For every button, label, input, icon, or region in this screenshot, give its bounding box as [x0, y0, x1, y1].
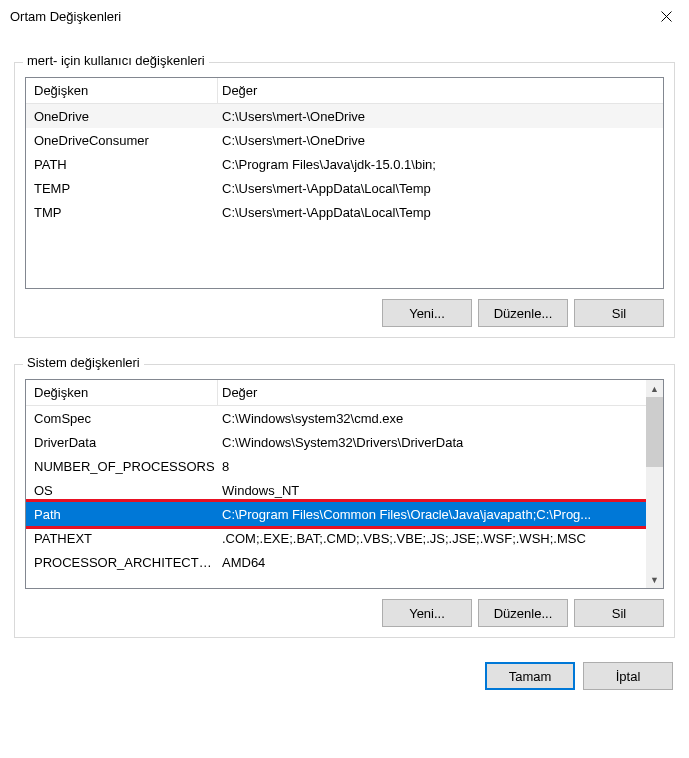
cancel-button[interactable]: İptal [583, 662, 673, 690]
list-header: Değişken Değer [26, 78, 663, 104]
cell-variable: PATHEXT [26, 531, 218, 546]
cell-value: C:\Program Files\Java\jdk-15.0.1\bin; [218, 157, 663, 172]
system-new-button[interactable]: Yeni... [382, 599, 472, 627]
dialog-footer: Tamam İptal [0, 648, 689, 704]
cell-value: C:\Windows\System32\Drivers\DriverData [218, 435, 646, 450]
user-new-button[interactable]: Yeni... [382, 299, 472, 327]
cell-value: C:\Users\mert-\OneDrive [218, 133, 663, 148]
table-row[interactable]: PROCESSOR_ARCHITECTU...AMD64 [26, 550, 646, 574]
cell-value: C:\Users\mert-\AppData\Local\Temp [218, 205, 663, 220]
table-row[interactable]: TMPC:\Users\mert-\AppData\Local\Temp [26, 200, 663, 224]
cell-variable: TEMP [26, 181, 218, 196]
scroll-up-icon[interactable]: ▲ [646, 380, 663, 397]
cell-variable: OneDriveConsumer [26, 133, 218, 148]
cell-variable: OS [26, 483, 218, 498]
user-variables-group: mert- için kullanıcı değişkenleri Değişk… [14, 62, 675, 338]
scroll-down-icon[interactable]: ▼ [646, 571, 663, 588]
system-buttons: Yeni... Düzenle... Sil [25, 599, 664, 627]
close-button[interactable] [643, 0, 689, 32]
cell-value: Windows_NT [218, 483, 646, 498]
table-row[interactable]: NUMBER_OF_PROCESSORS8 [26, 454, 646, 478]
scroll-track[interactable] [646, 467, 663, 571]
cell-variable: NUMBER_OF_PROCESSORS [26, 459, 218, 474]
user-edit-button[interactable]: Düzenle... [478, 299, 568, 327]
table-row[interactable]: DriverDataC:\Windows\System32\Drivers\Dr… [26, 430, 646, 454]
cell-variable: TMP [26, 205, 218, 220]
column-header-variable[interactable]: Değişken [26, 78, 218, 103]
scroll-thumb[interactable] [646, 397, 663, 467]
table-row[interactable]: TEMPC:\Users\mert-\AppData\Local\Temp [26, 176, 663, 200]
column-header-variable[interactable]: Değişken [26, 380, 218, 405]
system-edit-button[interactable]: Düzenle... [478, 599, 568, 627]
table-row[interactable]: OneDriveConsumerC:\Users\mert-\OneDrive [26, 128, 663, 152]
cell-variable: OneDrive [26, 109, 218, 124]
cell-value: C:\Users\mert-\OneDrive [218, 109, 663, 124]
system-variables-list[interactable]: Değişken Değer ComSpecC:\Windows\system3… [25, 379, 664, 589]
cell-value: .COM;.EXE;.BAT;.CMD;.VBS;.VBE;.JS;.JSE;.… [218, 531, 646, 546]
close-icon [661, 11, 672, 22]
cell-variable: PROCESSOR_ARCHITECTU... [26, 555, 218, 570]
system-variables-group: Sistem değişkenleri Değişken Değer ComSp… [14, 364, 675, 638]
cell-variable: ComSpec [26, 411, 218, 426]
column-header-value[interactable]: Değer [218, 83, 663, 98]
table-row[interactable]: PathC:\Program Files\Common Files\Oracle… [26, 502, 646, 526]
list-header: Değişken Değer [26, 380, 646, 406]
table-row[interactable]: PATHC:\Program Files\Java\jdk-15.0.1\bin… [26, 152, 663, 176]
table-row[interactable]: OneDriveC:\Users\mert-\OneDrive [26, 104, 663, 128]
window-title: Ortam Değişkenleri [10, 9, 121, 24]
cell-value: C:\Users\mert-\AppData\Local\Temp [218, 181, 663, 196]
table-row[interactable]: ComSpecC:\Windows\system32\cmd.exe [26, 406, 646, 430]
table-row[interactable]: PATHEXT.COM;.EXE;.BAT;.CMD;.VBS;.VBE;.JS… [26, 526, 646, 550]
cell-value: AMD64 [218, 555, 646, 570]
user-buttons: Yeni... Düzenle... Sil [25, 299, 664, 327]
user-delete-button[interactable]: Sil [574, 299, 664, 327]
titlebar: Ortam Değişkenleri [0, 0, 689, 32]
highlight-annotation: PathC:\Program Files\Common Files\Oracle… [26, 499, 646, 529]
cell-variable: PATH [26, 157, 218, 172]
scrollbar[interactable]: ▲ ▼ [646, 380, 663, 588]
user-group-legend: mert- için kullanıcı değişkenleri [23, 53, 209, 68]
dialog-body: mert- için kullanıcı değişkenleri Değişk… [0, 32, 689, 648]
cell-value: C:\Program Files\Common Files\Oracle\Jav… [218, 507, 646, 522]
cell-variable: DriverData [26, 435, 218, 450]
column-header-value[interactable]: Değer [218, 385, 646, 400]
cell-variable: Path [26, 507, 218, 522]
cell-value: C:\Windows\system32\cmd.exe [218, 411, 646, 426]
cell-value: 8 [218, 459, 646, 474]
ok-button[interactable]: Tamam [485, 662, 575, 690]
system-delete-button[interactable]: Sil [574, 599, 664, 627]
system-group-legend: Sistem değişkenleri [23, 355, 144, 370]
user-variables-list[interactable]: Değişken Değer OneDriveC:\Users\mert-\On… [25, 77, 664, 289]
